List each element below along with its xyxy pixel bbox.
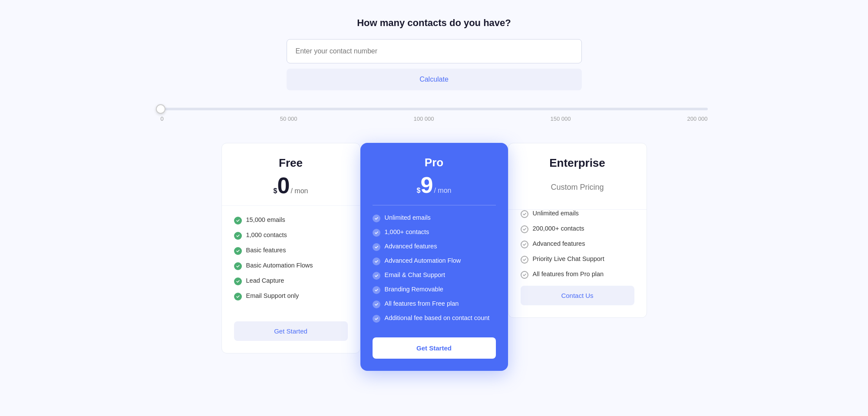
list-item: Email Support only: [234, 292, 348, 300]
contacts-slider-container: 0 50 000 100 000 150 000 200 000: [152, 108, 716, 122]
check-icon: [373, 272, 380, 280]
pro-plan-price: $ 9 / mon: [373, 174, 495, 196]
enterprise-feature-2: 200,000+ contacts: [533, 225, 584, 232]
check-icon: [234, 247, 242, 255]
list-item: Advanced features: [373, 243, 496, 251]
check-icon: [521, 241, 528, 248]
slider-label-0: 0: [161, 116, 164, 122]
pro-feature-2: 1,000+ contacts: [385, 228, 429, 235]
list-item: Unlimited emails: [521, 210, 634, 218]
free-price-period: / mon: [290, 187, 308, 195]
pro-features-list: Unlimited emails 1,000+ contacts Advance…: [360, 205, 508, 337]
free-feature-3: Basic features: [246, 247, 286, 254]
slider-label-50k: 50 000: [280, 116, 297, 122]
contact-input[interactable]: [287, 39, 582, 63]
free-feature-4: Basic Automation Flows: [246, 262, 313, 269]
enterprise-card-header: Enterprise Custom Pricing: [508, 143, 647, 210]
check-icon: [234, 217, 242, 225]
pro-price-amount: 9: [420, 174, 433, 196]
free-get-started-button[interactable]: Get Started: [234, 321, 348, 341]
list-item: Basic features: [234, 247, 348, 255]
list-item: 1,000 contacts: [234, 231, 348, 240]
slider-thumb[interactable]: [156, 104, 165, 114]
pro-get-started-button[interactable]: Get Started: [373, 337, 496, 359]
check-icon: [521, 271, 528, 279]
pro-feature-7: All features from Free plan: [385, 300, 459, 307]
check-icon: [373, 229, 380, 237]
pro-plan-card: Pro $ 9 / mon Unlimited emails 1,000+ co…: [360, 143, 508, 371]
check-icon: [521, 225, 528, 233]
free-price-dollar: $: [274, 187, 277, 195]
pro-feature-6: Branding Removable: [385, 286, 443, 293]
calculate-button[interactable]: Calculate: [287, 69, 582, 90]
check-icon: [234, 277, 242, 285]
slider-labels: 0 50 000 100 000 150 000 200 000: [161, 116, 708, 122]
list-item: Advanced Automation Flow: [373, 257, 496, 265]
enterprise-feature-1: Unlimited emails: [533, 210, 579, 217]
free-feature-5: Lead Capture: [246, 277, 284, 284]
check-icon: [521, 256, 528, 264]
enterprise-feature-4: Priority Live Chat Support: [533, 255, 604, 262]
slider-label-150k: 150 000: [551, 116, 571, 122]
page-title: How many contacts do you have?: [357, 17, 511, 29]
list-item: All features from Free plan: [373, 300, 496, 308]
pro-feature-5: Email & Chat Support: [385, 271, 445, 278]
free-feature-1: 15,000 emails: [246, 216, 285, 223]
check-icon: [234, 232, 242, 240]
free-price-amount: 0: [277, 174, 290, 197]
list-item: Unlimited emails: [373, 214, 496, 222]
enterprise-feature-3: Advanced features: [533, 240, 585, 247]
free-features-list: 15,000 emails 1,000 contacts Basic featu…: [222, 206, 360, 318]
enterprise-plan-card: Enterprise Custom Pricing Unlimited emai…: [508, 143, 647, 318]
check-icon: [234, 293, 242, 300]
pro-price-period: / mon: [434, 187, 451, 195]
check-icon: [521, 210, 528, 218]
enterprise-plan-title: Enterprise: [521, 156, 634, 170]
free-plan-title: Free: [235, 156, 347, 170]
pro-card-header: Pro $ 9 / mon: [360, 143, 508, 205]
pro-plan-title: Pro: [373, 156, 495, 169]
pro-feature-3: Advanced features: [385, 243, 437, 250]
list-item: Email & Chat Support: [373, 271, 496, 280]
free-plan-card: Free $ 0 / mon 15,000 emails 1,000 conta…: [221, 143, 360, 353]
slider-label-200k: 200 000: [687, 116, 708, 122]
free-feature-2: 1,000 contacts: [246, 231, 287, 238]
pro-price-dollar: $: [417, 187, 421, 195]
check-icon: [373, 300, 380, 308]
slider-label-100k: 100 000: [414, 116, 434, 122]
list-item: Advanced features: [521, 240, 634, 248]
check-icon: [373, 286, 380, 294]
list-item: All features from Pro plan: [521, 271, 634, 279]
list-item: Priority Live Chat Support: [521, 255, 634, 264]
check-icon: [234, 262, 242, 270]
pricing-cards: Free $ 0 / mon 15,000 emails 1,000 conta…: [152, 143, 716, 371]
list-item: 1,000+ contacts: [373, 228, 496, 237]
list-item: 15,000 emails: [234, 216, 348, 225]
pro-feature-1: Unlimited emails: [385, 214, 431, 221]
pro-feature-4: Advanced Automation Flow: [385, 257, 461, 264]
list-item: Additional fee based on contact count: [373, 314, 496, 323]
list-item: Basic Automation Flows: [234, 262, 348, 270]
enterprise-features-list: Unlimited emails 200,000+ contacts Advan…: [508, 210, 647, 279]
pro-feature-8: Additional fee based on contact count: [385, 314, 490, 321]
list-item: Branding Removable: [373, 286, 496, 294]
list-item: 200,000+ contacts: [521, 225, 634, 233]
list-item: Lead Capture: [234, 277, 348, 285]
check-icon: [373, 315, 380, 323]
free-feature-6: Email Support only: [246, 292, 299, 299]
enterprise-contact-us-button[interactable]: Contact Us: [521, 286, 634, 305]
free-plan-price: $ 0 / mon: [235, 174, 347, 197]
check-icon: [373, 215, 380, 222]
slider-track[interactable]: [161, 108, 708, 110]
enterprise-feature-5: All features from Pro plan: [533, 271, 604, 277]
check-icon: [373, 258, 380, 265]
enterprise-pricing-label: Custom Pricing: [521, 174, 634, 201]
free-card-header: Free $ 0 / mon: [222, 143, 360, 206]
check-icon: [373, 243, 380, 251]
